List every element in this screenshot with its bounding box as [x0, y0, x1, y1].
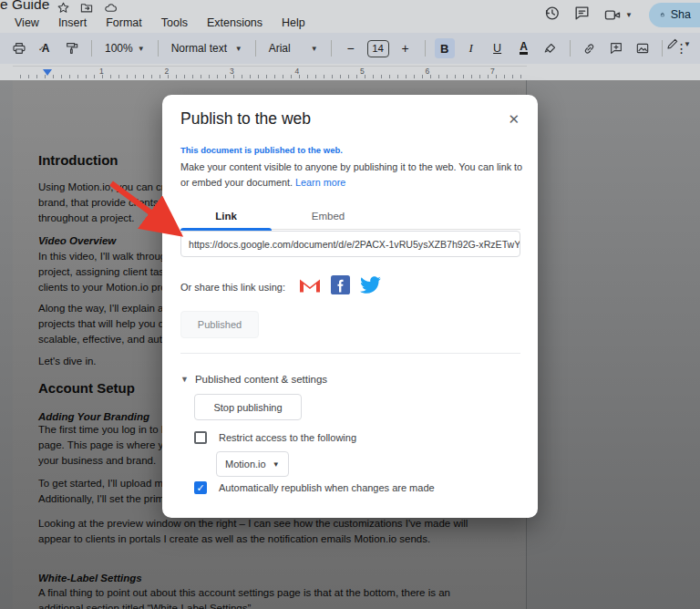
menu-bar: ViewInsertFormatToolsExtensionsHelp	[9, 15, 311, 30]
tab-embed[interactable]: Embed	[272, 202, 385, 230]
print-icon[interactable]	[9, 38, 29, 58]
meet-camera-icon[interactable]: ▼	[603, 6, 633, 24]
ruler-number: 3	[230, 67, 234, 76]
screen: e Guide ▼ Sha	[0, 0, 700, 609]
published-link-text: https://docs.google.com/document/d/e/2PA…	[189, 239, 520, 250]
doc-paragraph: Let's dive in.	[38, 354, 97, 369]
dialog-description: Make your content visible to anyone by p…	[180, 160, 522, 191]
ruler-number: 1	[99, 67, 104, 76]
menu-tools[interactable]: Tools	[156, 15, 193, 30]
published-link-input[interactable]: https://docs.google.com/document/d/e/2PA…	[180, 231, 520, 257]
doc-heading: White-Label Settings	[38, 571, 142, 586]
doc-paragraph: Using Motion.io, you can crebrand, that …	[38, 180, 170, 226]
ruler: 1234567	[13, 66, 527, 79]
chevron-down-icon: ▼	[311, 45, 318, 53]
ruler-number: 6	[426, 67, 430, 76]
underline-button[interactable]: U	[488, 38, 508, 58]
highlight-color-icon[interactable]	[540, 38, 561, 58]
ruler-number: 2	[165, 67, 170, 76]
chevron-down-icon: ▼	[684, 40, 691, 48]
document-title[interactable]: e Guide	[0, 0, 49, 13]
doc-paragraph: Looking at the preview window on the rig…	[38, 516, 468, 547]
doc-heading: Account Setup	[38, 379, 135, 397]
doc-heading: Video Overview	[38, 233, 116, 249]
doc-paragraph: The first time you log in to Mpage. This…	[38, 422, 170, 469]
indent-marker[interactable]	[43, 69, 52, 76]
chevron-down-icon: ▼	[138, 45, 145, 53]
spellcheck-icon[interactable]: A✓	[36, 38, 56, 58]
paragraph-style-select[interactable]: Normal text▼	[168, 42, 246, 55]
doc-paragraph: Along the way, I'll explain adprojects t…	[38, 301, 170, 347]
share-prompt-label: Or share this link using:	[180, 282, 285, 293]
decrease-font-size-button[interactable]: −	[341, 38, 361, 58]
increase-font-size-button[interactable]: +	[396, 38, 416, 58]
share-button[interactable]: Sha	[649, 3, 700, 27]
doc-paragraph: A final thing to point out about this ac…	[38, 585, 450, 609]
version-history-icon[interactable]	[543, 5, 561, 26]
restrict-access-label: Restrict access to the following	[219, 432, 356, 443]
menu-insert[interactable]: Insert	[53, 15, 92, 30]
pencil-icon	[665, 36, 680, 51]
share-button-label: Sha	[671, 8, 691, 21]
insert-image-icon[interactable]	[633, 38, 653, 58]
bold-button[interactable]: B	[435, 38, 455, 58]
gmail-icon[interactable]	[299, 276, 321, 298]
published-status-button[interactable]: Published	[180, 311, 259, 338]
chevron-down-icon: ▼	[235, 45, 242, 53]
editing-mode-select[interactable]: ▼	[665, 36, 691, 51]
auto-republish-row: ✓ Automatically republish when changes a…	[194, 481, 435, 494]
auto-republish-label: Automatically republish when changes are…	[219, 482, 435, 493]
restrict-access-checkbox[interactable]	[194, 431, 207, 444]
doc-heading: Introduction	[38, 151, 118, 170]
learn-more-link[interactable]: Learn more	[295, 177, 345, 188]
italic-button[interactable]: I	[461, 38, 481, 58]
ruler-number: 5	[360, 67, 365, 76]
zoom-select[interactable]: 100%▼	[101, 42, 149, 55]
menu-help[interactable]: Help	[276, 15, 311, 30]
meet-dropdown-caret[interactable]: ▼	[625, 11, 633, 19]
app-header: e Guide ▼ Sha	[0, 0, 700, 80]
lock-icon	[660, 8, 665, 21]
expand-caret-icon: ▼	[180, 375, 189, 384]
facebook-icon[interactable]	[331, 275, 350, 298]
published-notice: This document is published to the web.	[180, 145, 343, 155]
auto-republish-checkbox[interactable]: ✓	[194, 481, 207, 494]
chevron-down-icon: ▼	[273, 460, 280, 469]
font-size-input[interactable]: 14	[367, 40, 389, 57]
menu-view[interactable]: View	[9, 15, 45, 30]
tab-link[interactable]: Link	[180, 202, 272, 230]
restrict-access-row: Restrict access to the following	[194, 431, 356, 444]
paint-format-icon[interactable]	[62, 38, 82, 58]
ruler-number: 7	[490, 67, 495, 76]
add-comment-icon[interactable]	[606, 38, 626, 58]
doc-paragraph: In this video, I'll walk throughproject,…	[38, 249, 172, 295]
dialog-title: Publish to the web	[180, 109, 311, 129]
doc-paragraph: To get started, I'll upload myAdditional…	[38, 476, 170, 507]
dialog-divider	[180, 353, 520, 354]
toolbar: A✓ 100%▼ Normal text▼ Arial▼ − 14 + B I	[0, 33, 700, 64]
publish-to-web-dialog: Publish to the web ✕ This document is pu…	[162, 95, 538, 518]
insert-link-icon[interactable]	[580, 38, 600, 58]
text-color-button[interactable]: A	[514, 38, 534, 58]
comments-icon[interactable]	[573, 5, 591, 26]
audience-dropdown[interactable]: Motion.io ▼	[216, 451, 289, 477]
ruler-number: 4	[295, 67, 300, 76]
menu-format[interactable]: Format	[100, 15, 148, 30]
share-link-row: Or share this link using:	[180, 275, 381, 298]
publish-tabs: LinkEmbed	[180, 202, 520, 230]
close-icon[interactable]: ✕	[508, 111, 520, 128]
font-select[interactable]: Arial▼	[265, 42, 322, 55]
menu-extensions[interactable]: Extensions	[201, 15, 268, 30]
stop-publishing-button[interactable]: Stop publishing	[194, 394, 302, 420]
published-content-settings-toggle[interactable]: ▼ Published content & settings	[180, 374, 327, 385]
twitter-icon[interactable]	[360, 276, 381, 297]
